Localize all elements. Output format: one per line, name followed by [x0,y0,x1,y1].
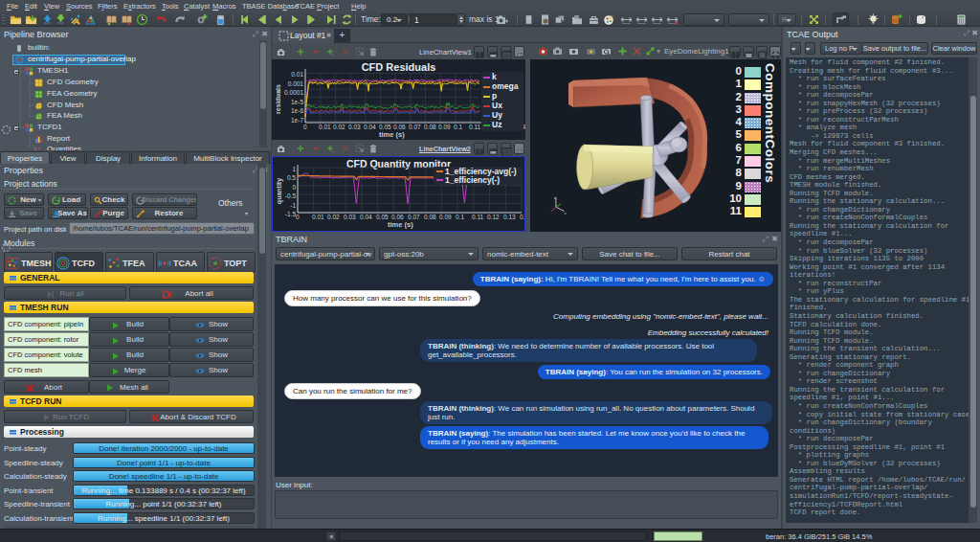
svg-text:x: x [565,211,568,215]
svg-text:z: z [554,195,556,200]
